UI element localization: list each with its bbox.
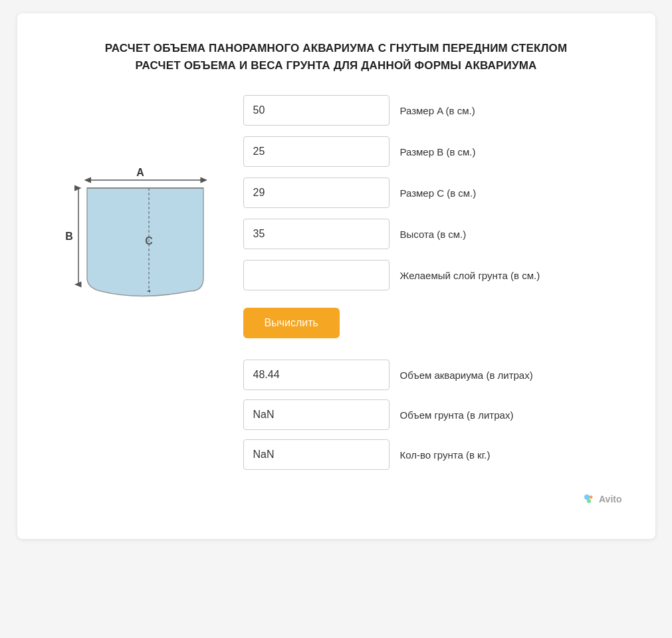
volume-result-row: Объем аквариума (в литрах) [243,360,622,390]
size-b-label: Размер B (в см.) [400,146,476,158]
calculator-container: РАСЧЕТ ОБЪЕМА ПАНОРАМНОГО АКВАРИУМА С ГН… [17,13,655,539]
size-b-row: Размер B (в см.) [243,136,622,167]
avito-icon [582,492,596,506]
result-section: Объем аквариума (в литрах) Объем грунта … [243,360,622,470]
calculate-button[interactable]: Вычислить [243,308,340,338]
soil-weight-result-row: Кол-во грунта (в кг.) [243,439,622,470]
svg-point-9 [587,499,591,503]
height-label: Высота (в см.) [400,229,467,240]
volume-result-label: Объем аквариума (в литрах) [400,370,533,381]
svg-point-8 [590,496,593,499]
height-input[interactable] [243,219,390,249]
size-c-input[interactable] [243,177,390,208]
soil-volume-result-row: Объем грунта (в литрах) [243,399,622,430]
svg-text:B: B [65,231,73,242]
soil-weight-result-input[interactable] [243,439,390,470]
svg-point-7 [584,494,590,500]
soil-layer-input[interactable] [243,260,390,290]
size-a-row: Размер A (в см.) [243,95,622,126]
size-c-row: Размер C (в см.) [243,177,622,208]
volume-result-input[interactable] [243,360,390,390]
svg-text:A: A [136,167,144,178]
form-section: Размер A (в см.) Размер B (в см.) Размер… [243,95,622,479]
soil-layer-row: Желаемый слой грунта (в см.) [243,260,622,290]
main-content: A B C [51,95,622,479]
avito-text: Avito [599,494,621,504]
size-b-input[interactable] [243,136,390,167]
avito-logo: Avito [51,492,622,506]
aquarium-diagram: A B C [51,161,223,310]
size-c-label: Размер C (в см.) [400,187,477,199]
size-a-input[interactable] [243,95,390,126]
soil-volume-result-input[interactable] [243,399,390,430]
soil-weight-result-label: Кол-во грунта (в кг.) [400,449,491,461]
soil-layer-label: Желаемый слой грунта (в см.) [400,270,540,281]
page-title: РАСЧЕТ ОБЪЕМА ПАНОРАМНОГО АКВАРИУМА С ГН… [51,40,622,74]
soil-volume-result-label: Объем грунта (в литрах) [400,409,514,421]
size-a-label: Размер A (в см.) [400,105,475,116]
height-row: Высота (в см.) [243,219,622,249]
